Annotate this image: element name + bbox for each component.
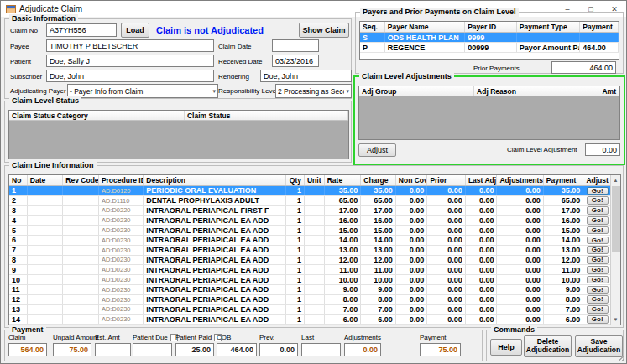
adjustments-field[interactable]: 0.00 bbox=[344, 343, 381, 356]
column-header-adj-group[interactable]: Adj Group bbox=[359, 86, 474, 96]
vertical-scrollbar[interactable]: ▲ ▼ bbox=[610, 175, 620, 325]
prev-field[interactable]: 0.00 bbox=[259, 343, 298, 356]
cell-last_adj: 0.00 bbox=[466, 315, 498, 324]
column-header-amt[interactable]: Amt bbox=[588, 86, 619, 96]
payer-row[interactable]: SODS HEALTH PLAN9999 bbox=[360, 33, 619, 43]
load-button[interactable]: Load bbox=[121, 23, 149, 38]
go-button[interactable]: Go! bbox=[587, 315, 609, 324]
claim-line-row[interactable]: 6AD:D0230INTRAORAL PERIAPICAL EA ADD114.… bbox=[9, 236, 612, 246]
go-button[interactable]: Go! bbox=[587, 295, 609, 304]
received-date-input[interactable]: 03/23/2016 bbox=[272, 55, 319, 67]
unpaid-amount-field[interactable]: 75.00 bbox=[53, 343, 91, 356]
claim-line-row[interactable]: 13AD:D0230INTRAORAL PERIAPICAL EA ADD17.… bbox=[9, 305, 612, 315]
cell-procedure_id: AD:D0120 bbox=[99, 186, 144, 195]
column-header-description[interactable]: Description bbox=[144, 175, 286, 185]
resize-grip[interactable] bbox=[617, 354, 624, 361]
go-button[interactable]: Go! bbox=[587, 276, 609, 284]
column-header-unit[interactable]: Unit bbox=[305, 175, 325, 185]
rendering-input[interactable]: Doe, John bbox=[260, 70, 352, 82]
claim-line-row[interactable]: 12AD:D0230INTRAORAL PERIAPICAL EA ADD18.… bbox=[9, 295, 612, 305]
cell-payer_name: REGENCE bbox=[385, 43, 465, 52]
cell-payment: 7.00 bbox=[544, 305, 583, 315]
column-header-charge[interactable]: Charge bbox=[361, 175, 396, 185]
prior-payments-field[interactable]: 464.00 bbox=[551, 61, 616, 74]
column-header-rate[interactable]: Rate bbox=[325, 175, 362, 185]
show-claim-button[interactable]: Show Claim bbox=[299, 23, 349, 38]
go-button[interactable]: Go! bbox=[587, 305, 609, 314]
payer-row[interactable]: PREGENCE00999Payor Amount Paid464.00 bbox=[360, 43, 619, 53]
claim-line-row[interactable]: 2AD:D1110DENTAL PROPHYLAXIS ADULT165.006… bbox=[9, 196, 612, 206]
column-header-non-cov[interactable]: Non Cov bbox=[396, 175, 428, 185]
payee-input[interactable]: TIMOTHY P BLETSCHER bbox=[46, 39, 214, 52]
claim-line-row[interactable]: 10AD:D0230INTRAORAL PERIAPICAL EA ADD110… bbox=[9, 275, 612, 285]
claim-line-row[interactable]: 8AD:D0230INTRAORAL PERIAPICAL EA ADD112.… bbox=[9, 256, 612, 266]
go-button[interactable]: Go! bbox=[587, 286, 609, 294]
go-button[interactable]: Go! bbox=[587, 256, 609, 264]
last-field[interactable] bbox=[301, 343, 341, 356]
subscriber-input[interactable]: Doe, John bbox=[46, 70, 214, 82]
claim-line-row[interactable]: 3AD:D0220INTRAORAL PERIAPICAL FIRST F117… bbox=[9, 206, 612, 216]
go-button[interactable]: Go! bbox=[587, 266, 609, 274]
column-header-claim-status-category[interactable]: Claim Status Category bbox=[9, 111, 185, 120]
adjust-button[interactable]: Adjust bbox=[358, 143, 396, 157]
claim-line-row[interactable]: 9AD:D0230INTRAORAL PERIAPICAL EA ADD111.… bbox=[9, 265, 612, 275]
cell-payment: 8.00 bbox=[544, 295, 583, 304]
go-button[interactable]: Go! bbox=[587, 187, 609, 195]
column-header-last-adj[interactable]: Last Adj. bbox=[466, 175, 498, 185]
column-header-prior[interactable]: Prior bbox=[427, 175, 466, 185]
save-adjudication-button[interactable]: Save Adjudication bbox=[575, 335, 623, 357]
column-header-payment-type[interactable]: Payment Type bbox=[517, 22, 581, 32]
group-title: Claim Level Adjustments bbox=[359, 72, 454, 81]
patient-input[interactable]: Doe, Sally J bbox=[46, 55, 214, 67]
patient-paid-field[interactable]: 25.00 bbox=[175, 343, 214, 356]
responsibility-level-select[interactable]: 2 Processing as Second ▾ bbox=[275, 84, 352, 98]
cell-date bbox=[28, 295, 64, 304]
claim-line-row[interactable]: 7AD:D0230INTRAORAL PERIAPICAL EA ADD113.… bbox=[9, 246, 612, 256]
column-header-claim-status[interactable]: Claim Status bbox=[185, 111, 348, 120]
column-header-no[interactable]: No bbox=[9, 175, 28, 185]
column-header-adjustments[interactable]: Adjustments bbox=[497, 175, 543, 185]
est-amt-field[interactable] bbox=[95, 343, 131, 356]
column-header-procedure-id[interactable]: Procedure ID bbox=[99, 175, 144, 185]
scroll-up-arrow[interactable]: ▲ bbox=[611, 175, 620, 185]
column-header-qty[interactable]: Qty bbox=[286, 175, 305, 185]
cell-no: 10 bbox=[9, 275, 28, 284]
claim-line-row[interactable]: 4AD:D0230INTRAORAL PERIAPICAL EA ADD116.… bbox=[9, 216, 612, 226]
payment-field[interactable]: 75.00 bbox=[420, 343, 461, 356]
go-button[interactable]: Go! bbox=[587, 226, 609, 235]
column-header-payment[interactable]: Payment bbox=[580, 22, 619, 32]
cell-procedure_id: AD:D0220 bbox=[99, 206, 144, 216]
cell-payment: 6.00 bbox=[544, 315, 583, 324]
delete-adjudication-button[interactable]: Delete Adjudication bbox=[524, 335, 572, 357]
claim-no-label: Claim No bbox=[10, 27, 38, 34]
column-header-adjust[interactable]: Adjust bbox=[583, 175, 612, 185]
unpaid-amount-label: Unpaid Amount bbox=[53, 334, 99, 341]
claim-line-row[interactable]: 11AD:D0230INTRAORAL PERIAPICAL EA ADD19.… bbox=[9, 285, 612, 295]
go-button[interactable]: Go! bbox=[587, 246, 609, 254]
claim-line-row[interactable]: 5AD:D0230INTRAORAL PERIAPICAL EA ADD115.… bbox=[9, 226, 612, 236]
cob-field[interactable]: 464.00 bbox=[217, 343, 257, 356]
claim-no-input[interactable]: A37YH556 bbox=[46, 23, 117, 37]
patient-due-field[interactable] bbox=[133, 343, 172, 356]
claim-date-input[interactable] bbox=[272, 39, 319, 52]
go-button[interactable]: Go! bbox=[587, 216, 609, 225]
help-button[interactable]: Help bbox=[490, 339, 522, 356]
scrollbar-thumb[interactable] bbox=[612, 186, 620, 252]
column-header-payment[interactable]: Payment bbox=[544, 175, 583, 185]
go-button[interactable]: Go! bbox=[587, 237, 609, 245]
claim-field[interactable]: 564.00 bbox=[8, 343, 47, 356]
claim-level-adjustment-field[interactable]: 0.00 bbox=[585, 143, 620, 156]
go-button[interactable]: Go! bbox=[587, 196, 609, 205]
cell-date bbox=[28, 236, 64, 245]
claim-line-row[interactable]: 14AD:D0230INTRAORAL PERIAPICAL EA ADD16.… bbox=[9, 315, 612, 325]
column-header-rev-code[interactable]: Rev Code bbox=[63, 175, 99, 185]
go-button[interactable]: Go! bbox=[587, 206, 609, 215]
column-header-date[interactable]: Date bbox=[28, 175, 64, 185]
claim-line-row[interactable]: 1AD:D0120PERIODIC ORAL EVALUATION135.003… bbox=[9, 186, 612, 196]
scroll-down-arrow[interactable]: ▼ bbox=[611, 315, 620, 325]
adjudicating-payer-select[interactable]: - Payer Info from Claim ▾ bbox=[67, 84, 218, 98]
column-header-payer-name[interactable]: Payer Name bbox=[385, 22, 465, 32]
column-header-adj-reason[interactable]: Adj Reason bbox=[474, 86, 588, 96]
column-header-payer-id[interactable]: Payer ID bbox=[465, 22, 517, 32]
column-header-seq[interactable]: Seq. bbox=[360, 22, 385, 32]
